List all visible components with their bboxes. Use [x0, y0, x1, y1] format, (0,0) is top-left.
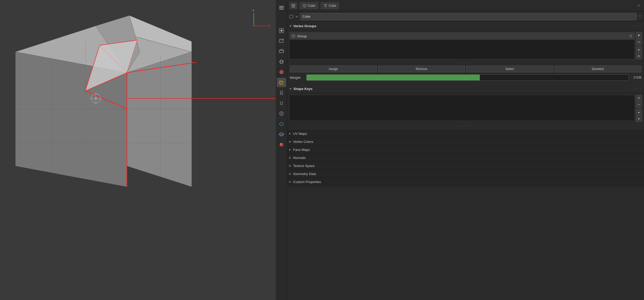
scene-icon[interactable]: [277, 57, 286, 66]
svg-rect-67: [279, 9, 284, 10]
vertex-group-item[interactable]: Group: [290, 32, 634, 40]
svg-line-100: [305, 5, 306, 6]
constraints-icon[interactable]: [277, 119, 286, 129]
remove-button[interactable]: Remove: [378, 66, 465, 72]
arrow-up-button[interactable]: ▲: [636, 46, 642, 52]
object-data-icon[interactable]: [277, 130, 286, 139]
vertex-group-icon: [289, 15, 293, 19]
custom-properties-label: Custom Properties: [293, 180, 321, 184]
geometry-data-section: Geometry Data ⋮ ⋮ ⋮ ⋮: [287, 170, 644, 178]
view-layer-icon[interactable]: [277, 47, 286, 56]
svg-rect-80: [280, 81, 283, 85]
svg-line-103: [293, 35, 295, 36]
vertex-groups-dots: ⋮⋮⋮⋮: [631, 25, 642, 27]
panel-menu-button[interactable]: [289, 2, 298, 9]
shape-keys-label: Shape Keys: [293, 87, 313, 91]
normals-label: Normals: [293, 156, 306, 160]
face-maps-dots: ⋮ ⋮ ⋮ ⋮: [627, 148, 642, 151]
add-shape-key-button[interactable]: +: [636, 95, 642, 101]
tab-cube-2-label: Cube: [329, 4, 336, 8]
weight-label: Weight:: [290, 76, 305, 80]
shape-keys-drag-handle[interactable]: ⋮⋮⋮⋮: [289, 123, 642, 128]
assign-button[interactable]: Assign: [290, 66, 377, 72]
sidebar-menu-icon[interactable]: [277, 3, 286, 12]
weight-slider[interactable]: [306, 74, 629, 81]
shape-keys-list: [289, 95, 635, 121]
properties-panel: Cube Cube ×: [287, 0, 644, 300]
viewport-3d[interactable]: X Y: [0, 0, 276, 300]
vertex-groups-header[interactable]: Vertex Groups ⋮⋮⋮⋮: [287, 22, 644, 31]
svg-rect-96: [292, 4, 295, 5]
collapsible-sections: UV Maps ⋮ ⋮ ⋮ ⋮ Vertex Colors ⋮ ⋮ ⋮ ⋮ Fa…: [287, 130, 644, 186]
svg-line-99: [303, 5, 305, 6]
svg-point-72: [283, 39, 284, 40]
tab-cube-1-label: Cube: [308, 4, 315, 8]
svg-rect-97: [292, 5, 295, 6]
face-maps-section: Face Maps ⋮ ⋮ ⋮ ⋮: [287, 146, 644, 154]
deselect-button[interactable]: Deselect: [554, 66, 642, 72]
remove-shape-key-button[interactable]: −: [636, 102, 642, 108]
custom-properties-dots: ⋮ ⋮ ⋮ ⋮: [627, 180, 642, 183]
texture-space-header[interactable]: Texture Space ⋮ ⋮ ⋮ ⋮: [287, 162, 644, 170]
svg-rect-71: [280, 39, 282, 40]
face-maps-header[interactable]: Face Maps ⋮ ⋮ ⋮ ⋮: [287, 146, 644, 154]
vertex-colors-section: Vertex Colors ⋮ ⋮ ⋮ ⋮: [287, 138, 644, 146]
vertex-groups-label: Vertex Groups: [293, 24, 316, 28]
add-vertex-group-button[interactable]: +: [636, 32, 642, 38]
lock-icon: [629, 34, 632, 38]
svg-line-102: [292, 35, 293, 36]
group-mesh-icon: [292, 34, 295, 38]
modifier-icon[interactable]: [277, 88, 286, 97]
object-name-input[interactable]: [300, 13, 637, 20]
weight-value: 0.538: [630, 76, 641, 79]
object-name-bar: 🛡: [287, 11, 644, 22]
vertex-groups-body: Group + − ▲ ▼: [287, 31, 644, 85]
group-item-name: Group: [297, 34, 627, 38]
svg-rect-105: [630, 36, 632, 37]
svg-point-69: [280, 30, 283, 32]
svg-rect-98: [292, 7, 295, 7]
weight-bar-fill: [307, 75, 480, 80]
custom-properties-header[interactable]: Custom Properties ⋮ ⋮ ⋮ ⋮: [287, 178, 644, 186]
physics-icon[interactable]: [277, 109, 286, 118]
select-button[interactable]: Select: [466, 66, 553, 72]
render-icon[interactable]: [277, 26, 286, 35]
svg-point-94: [280, 143, 283, 146]
normals-dots: ⋮ ⋮ ⋮ ⋮: [627, 156, 642, 159]
svg-rect-66: [279, 8, 284, 8]
filter-icon: [324, 4, 327, 8]
shape-key-arrow-down[interactable]: ▼: [636, 116, 642, 122]
uv-maps-header[interactable]: UV Maps ⋮ ⋮ ⋮ ⋮: [287, 130, 644, 137]
vertex-colors-header[interactable]: Vertex Colors ⋮ ⋮ ⋮ ⋮: [287, 138, 644, 145]
material-icon[interactable]: [277, 140, 286, 149]
object-icon[interactable]: [277, 78, 286, 87]
tab-cube-2[interactable]: Cube: [321, 2, 339, 9]
tab-cube-1[interactable]: Cube: [300, 2, 319, 9]
shape-key-arrow-up[interactable]: ▲: [636, 109, 642, 115]
shape-keys-dots: ⋮⋮⋮⋮: [631, 87, 642, 90]
vertex-groups-drag-handle[interactable]: ⋮⋮⋮⋮: [289, 60, 642, 65]
normals-header[interactable]: Normals ⋮ ⋮ ⋮ ⋮: [287, 154, 644, 162]
uv-maps-dots: ⋮ ⋮ ⋮ ⋮: [627, 132, 642, 135]
panel-close-button[interactable]: ×: [636, 3, 642, 9]
sidebar-icons: [276, 0, 287, 300]
geometry-data-dots: ⋮ ⋮ ⋮ ⋮: [627, 172, 642, 175]
arrow-down-button[interactable]: ▼: [636, 53, 642, 59]
world-icon[interactable]: [277, 67, 286, 77]
custom-properties-section: Custom Properties ⋮ ⋮ ⋮ ⋮: [287, 178, 644, 186]
svg-rect-65: [279, 6, 284, 7]
weight-row: Weight: 0.538: [289, 74, 642, 81]
vertex-colors-dots: ⋮ ⋮ ⋮ ⋮: [627, 140, 642, 143]
remove-vertex-group-button[interactable]: −: [636, 39, 642, 45]
vertex-colors-label: Vertex Colors: [293, 140, 313, 144]
particles-icon[interactable]: [277, 99, 286, 108]
svg-text:X: X: [268, 24, 270, 28]
vertex-group-list: Group: [289, 32, 635, 59]
texture-space-label: Texture Space: [293, 164, 315, 168]
shape-keys-header[interactable]: Shape Keys ⋮⋮⋮⋮: [287, 85, 644, 93]
texture-space-section: Texture Space ⋮ ⋮ ⋮ ⋮: [287, 162, 644, 170]
mesh-icon: [303, 4, 306, 8]
output-icon[interactable]: [277, 36, 286, 46]
uv-maps-label: UV Maps: [293, 132, 307, 136]
geometry-data-header[interactable]: Geometry Data ⋮ ⋮ ⋮ ⋮: [287, 170, 644, 178]
